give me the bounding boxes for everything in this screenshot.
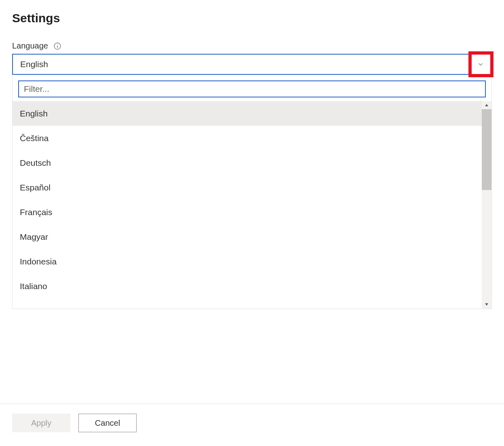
chevron-down-icon <box>477 60 485 68</box>
svg-marker-4 <box>485 303 488 306</box>
language-select[interactable]: English <box>12 54 492 75</box>
language-filter-input[interactable] <box>18 80 486 97</box>
page-title: Settings <box>12 11 492 25</box>
language-option[interactable]: Italiano <box>13 274 482 298</box>
scroll-track[interactable] <box>482 109 491 300</box>
language-dropdown-panel: English Čeština Deutsch Español Français… <box>12 75 492 309</box>
language-label: Language <box>12 41 48 51</box>
cancel-button[interactable]: Cancel <box>78 414 137 432</box>
language-option[interactable]: English <box>13 101 482 126</box>
language-field-label-row: Language <box>12 41 492 51</box>
svg-marker-3 <box>485 104 488 106</box>
language-select-value: English <box>20 59 477 69</box>
footer-actions: Apply Cancel <box>0 404 504 446</box>
scroll-up-icon[interactable] <box>482 101 491 109</box>
scroll-thumb[interactable] <box>482 109 491 190</box>
dropdown-scrollbar[interactable] <box>482 101 491 309</box>
language-option[interactable]: Indonesia <box>13 249 482 274</box>
svg-point-1 <box>57 44 57 44</box>
language-option[interactable]: Magyar <box>13 224 482 249</box>
language-option[interactable]: Español <box>13 175 482 200</box>
apply-button[interactable]: Apply <box>12 414 70 432</box>
language-options-list: English Čeština Deutsch Español Français… <box>13 101 482 309</box>
language-option[interactable]: Čeština <box>13 126 482 150</box>
scroll-down-icon[interactable] <box>482 300 491 309</box>
info-icon[interactable] <box>54 42 61 50</box>
language-option[interactable]: Deutsch <box>13 150 482 175</box>
language-option[interactable]: Français <box>13 200 482 224</box>
